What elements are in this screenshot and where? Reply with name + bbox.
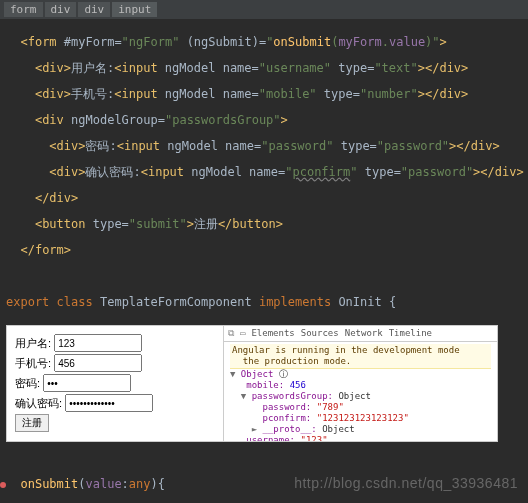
password-label: 密码: — [15, 377, 40, 389]
code-line: <div>密码:<input ngModel name="password" t… — [6, 140, 522, 153]
expand-icon[interactable]: ▼ — [230, 369, 235, 379]
password-input[interactable] — [43, 374, 131, 392]
code-line: </div> — [6, 192, 522, 205]
expand-icon[interactable]: ▼ — [241, 391, 246, 401]
code-line — [6, 270, 522, 283]
watermark-text: http://blog.csdn.net/qq_33936481 — [294, 475, 518, 491]
code-line: <button type="submit">注册</button> — [6, 218, 522, 231]
code-line: export class TemplateFormComponent imple… — [6, 296, 522, 309]
expand-icon[interactable]: ► — [252, 424, 257, 434]
code-line: </form> — [6, 244, 522, 257]
tab-timeline[interactable]: Timeline — [389, 328, 432, 339]
username-input[interactable] — [54, 334, 142, 352]
pconfirm-input[interactable] — [65, 394, 153, 412]
breadcrumb-item[interactable]: div — [78, 2, 110, 17]
user-label: 用户名: — [15, 337, 51, 349]
tab-elements[interactable]: Elements — [251, 328, 294, 339]
breakpoint-icon[interactable] — [0, 482, 6, 488]
code-line: <form #myForm="ngForm" (ngSubmit)="onSub… — [6, 36, 522, 49]
pconfirm-label: 确认密码: — [15, 397, 62, 409]
code-line: <div>确认密码:<input ngModel name="pconfirm"… — [6, 166, 522, 179]
mobile-input[interactable] — [54, 354, 142, 372]
submit-button[interactable]: 注册 — [15, 414, 49, 432]
code-line: <div>用户名:<input ngModel name="username" … — [6, 62, 522, 75]
device-icon[interactable]: ▭ — [240, 328, 245, 339]
code-line: <div ngModelGroup="passwordsGroup"> — [6, 114, 522, 127]
code-line — [6, 452, 522, 465]
breadcrumb: form div div input — [0, 0, 528, 19]
mobile-label: 手机号: — [15, 357, 51, 369]
console-warning: Angular is running in the development mo… — [230, 344, 491, 369]
breadcrumb-item[interactable]: input — [112, 2, 157, 17]
console-output[interactable]: Angular is running in the development mo… — [224, 342, 497, 441]
breadcrumb-item[interactable]: div — [45, 2, 77, 17]
rendered-form: 用户名: 手机号: 密码: 确认密码: 注册 — [7, 326, 223, 441]
tab-sources[interactable]: Sources — [301, 328, 339, 339]
breadcrumb-item[interactable]: form — [4, 2, 43, 17]
devtools-panel: ⧉ ▭ Elements Sources Network Timeline An… — [223, 326, 497, 441]
tab-network[interactable]: Network — [345, 328, 383, 339]
browser-preview-panel: 用户名: 手机号: 密码: 确认密码: 注册 ⧉ ▭ Elements Sour… — [6, 325, 498, 442]
inspect-icon[interactable]: ⧉ — [228, 328, 234, 339]
devtools-tabs: ⧉ ▭ Elements Sources Network Timeline — [224, 326, 497, 342]
code-line: <div>手机号:<input ngModel name="mobile" ty… — [6, 88, 522, 101]
